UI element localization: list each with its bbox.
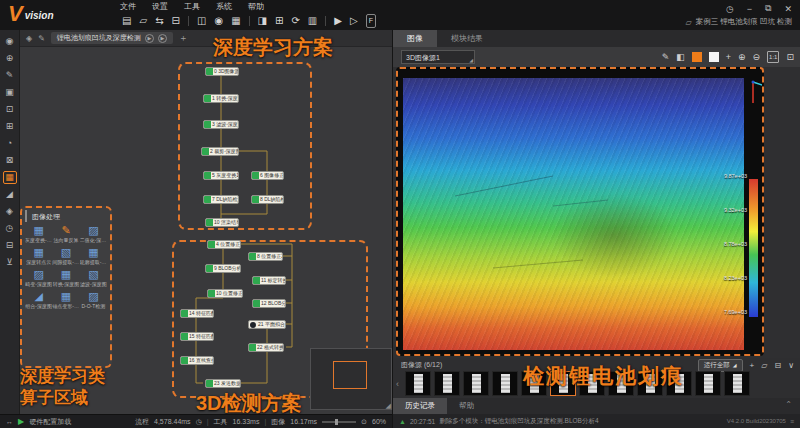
- menu-item-4[interactable]: 帮助: [248, 1, 264, 12]
- binary-icon[interactable]: ⊠: [3, 154, 17, 167]
- menu-item-0[interactable]: 文件: [120, 1, 136, 12]
- timer-icon[interactable]: ◷: [3, 222, 17, 235]
- close-icon[interactable]: ✕: [784, 4, 792, 14]
- pan-icon[interactable]: +: [726, 52, 731, 62]
- communication-icon[interactable]: ◨: [258, 15, 267, 27]
- zoom-slider-thumb[interactable]: [335, 419, 338, 425]
- compare-tool-icon[interactable]: ⊟: [3, 239, 17, 252]
- image-source-select[interactable]: 3D图像源1 ◢: [401, 50, 475, 64]
- io-config-icon[interactable]: ⊞: [275, 15, 283, 27]
- run-all-button[interactable]: 运行全部 ◢: [698, 359, 743, 372]
- draw-icon[interactable]: ✎: [662, 52, 670, 62]
- history-icon[interactable]: ◷: [726, 4, 734, 14]
- flow-node[interactable]: 10 渲染结果1: [205, 218, 239, 227]
- image-process-icon[interactable]: ▦: [3, 171, 17, 184]
- operator-item-11[interactable]: ▨D-O-T检测: [80, 290, 107, 309]
- scroll-left-icon[interactable]: ‹: [396, 379, 402, 389]
- image-thumbnail-12[interactable]: [724, 371, 750, 396]
- image-frame[interactable]: 9.87e+03 9.32e+03 8.78e+03 8.23e+03 7.69…: [396, 67, 764, 356]
- flow-node[interactable]: 2 裁剪-深度图1: [201, 147, 239, 156]
- roi-icon[interactable]: ⊡: [3, 103, 17, 116]
- zoom-in-icon[interactable]: ⊕: [738, 52, 746, 62]
- acquisition-icon[interactable]: ◉: [3, 35, 17, 48]
- delete-icon[interactable]: ⊟: [774, 361, 781, 370]
- logic-icon[interactable]: ⊻: [3, 256, 17, 269]
- grid-measure-icon[interactable]: ⊞: [3, 120, 17, 133]
- tab-module-result[interactable]: 模块结果: [437, 30, 497, 47]
- restore-icon[interactable]: ⧉: [765, 3, 771, 14]
- menu-item-3[interactable]: 系统: [216, 1, 232, 12]
- resize-handle-icon[interactable]: ◢: [386, 402, 391, 410]
- flow-node[interactable]: 3 滤波-深度图1: [203, 120, 239, 129]
- operator-item-1[interactable]: ✎法向量反算: [52, 224, 79, 243]
- menu-item-2[interactable]: 工具: [184, 1, 200, 12]
- operator-item-2[interactable]: ▨二值化-深度图: [80, 224, 107, 243]
- image-thumbnail-3[interactable]: [463, 371, 489, 396]
- operator-item-7[interactable]: ▦转换-深度图: [52, 268, 79, 287]
- locate-icon[interactable]: ⊕: [3, 52, 17, 65]
- image-thumbnail-2[interactable]: [434, 371, 460, 396]
- minimap-viewport[interactable]: [333, 361, 367, 389]
- flow-node[interactable]: 21 平面拟合1: [248, 320, 286, 329]
- tab-run-once-icon[interactable]: ▶: [145, 34, 154, 43]
- image-thumbnail-4[interactable]: [492, 371, 518, 396]
- tab-run-continuous-icon[interactable]: ▶: [158, 34, 167, 43]
- flow-node[interactable]: 5 灰度变换1: [203, 171, 239, 180]
- operator-item-9[interactable]: ◢组合-深度图: [25, 290, 52, 309]
- minimize-icon[interactable]: −: [747, 4, 752, 14]
- collapse-strip-icon[interactable]: ∨: [788, 361, 794, 370]
- camera-icon[interactable]: ◉: [214, 15, 223, 27]
- image-edit-icon[interactable]: ✎: [3, 69, 17, 82]
- flow-node[interactable]: 7 DL缺陷检测1: [203, 195, 239, 204]
- menu-item-1[interactable]: 设置: [152, 1, 168, 12]
- add-tab-icon[interactable]: ＋: [179, 32, 188, 45]
- flow-node[interactable]: 1 转换-深度图1: [203, 94, 239, 103]
- operator-item-8[interactable]: ▧滤波-深度图: [80, 268, 107, 287]
- flow-node[interactable]: 16 直线查找1: [180, 356, 214, 365]
- operator-item-6[interactable]: ▨畸变-深度图: [25, 268, 52, 287]
- front-run-icon[interactable]: F: [366, 14, 376, 28]
- flow-node[interactable]: 10 位置修正3: [207, 289, 243, 298]
- operator-item-0[interactable]: ▦灰度变换-深度图: [25, 224, 52, 243]
- operator-item-3[interactable]: ▦深度转点云: [25, 246, 52, 265]
- color-orange-swatch[interactable]: [692, 52, 702, 62]
- switch-icon[interactable]: ⇆: [155, 15, 163, 27]
- color-tool-icon[interactable]: ◔: [3, 137, 17, 150]
- run-once-icon[interactable]: ▶: [334, 15, 342, 27]
- image-thumbnail-11[interactable]: [695, 371, 721, 396]
- flow-node[interactable]: 12 BLOB分析2: [252, 299, 286, 308]
- flow-node[interactable]: 23 发送数据1: [205, 379, 241, 388]
- log-menu-icon[interactable]: ≡: [790, 418, 794, 425]
- compare-icon[interactable]: ⊟: [172, 15, 180, 27]
- flow-node[interactable]: 0 3D图像源1: [205, 67, 239, 76]
- run-continuous-icon[interactable]: ▷: [350, 15, 358, 27]
- process-icon[interactable]: ◈: [26, 34, 32, 43]
- tab-help[interactable]: 帮助: [447, 398, 486, 414]
- wrench-icon[interactable]: ✎: [38, 34, 45, 43]
- folder-icon[interactable]: ▱: [761, 361, 767, 370]
- operator-item-4[interactable]: ▧间隙提取-深度图: [52, 246, 79, 265]
- tab-history[interactable]: 历史记录: [393, 398, 447, 414]
- actual-size-icon[interactable]: 1:1: [767, 51, 779, 63]
- depth-tool-icon[interactable]: ◈: [3, 205, 17, 218]
- flow-canvas[interactable]: ◈ ✎ 锂电池划痕凹坑及深度检测 ▶ ▶ ＋: [20, 30, 392, 414]
- flow-node[interactable]: 11 标定转换1: [252, 276, 286, 285]
- depth-heatmap-image[interactable]: [403, 78, 744, 350]
- flow-node[interactable]: 15 特征匹配2: [180, 332, 214, 341]
- collapse-log-icon[interactable]: ⌃: [785, 400, 792, 409]
- flow-node[interactable]: 9 BLOB分析1: [205, 264, 241, 273]
- flow-node[interactable]: 22 格式转换1: [248, 343, 284, 352]
- global-trigger-icon[interactable]: ⟳: [291, 15, 299, 27]
- flow-node[interactable]: 6 图像修正1: [251, 171, 284, 180]
- zoom-out-icon[interactable]: ⊖: [753, 52, 761, 62]
- fit-view-icon[interactable]: ⊡: [786, 52, 794, 62]
- flow-node[interactable]: 8 DL缺陷检测2: [251, 195, 284, 204]
- operator-item-10[interactable]: ▦锚点变形-深度图: [52, 290, 79, 309]
- flow-node[interactable]: 4 位置修正1: [207, 240, 241, 249]
- color-white-swatch[interactable]: [709, 52, 719, 62]
- operator-item-5[interactable]: ▦轮廓提取-深度图: [80, 246, 107, 265]
- flow-tab[interactable]: 锂电池划痕凹坑及深度检测 ▶ ▶: [51, 32, 173, 44]
- data-queue-icon[interactable]: ▥: [308, 15, 317, 27]
- zoom-slider[interactable]: [322, 421, 356, 423]
- window-tool-icon[interactable]: ▣: [3, 86, 17, 99]
